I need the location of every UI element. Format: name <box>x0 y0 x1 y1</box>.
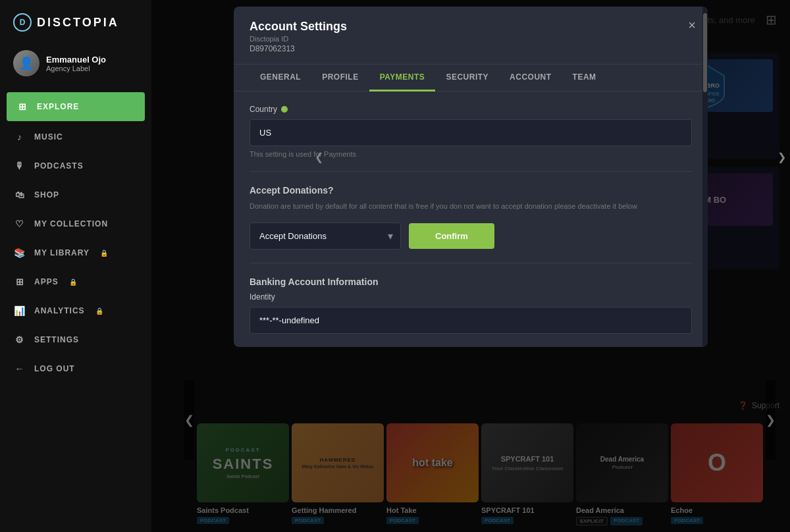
tab-security[interactable]: SECURITY <box>435 65 499 92</box>
sidebar-item-logout[interactable]: ← LOG OUT <box>0 354 151 383</box>
lock-badge-apps: 🔒 <box>69 279 78 286</box>
sidebar-item-label: EXPLORE <box>37 102 79 111</box>
divider <box>250 171 692 172</box>
modal-id: D897062313 <box>250 44 692 53</box>
scroll-left-icon[interactable]: ❮ <box>315 151 323 163</box>
settings-icon: ⚙ <box>13 333 26 346</box>
accept-donations-desc: Donation are turned by default for all c… <box>250 201 692 212</box>
avatar: 👤 <box>13 50 40 76</box>
sidebar-item-apps[interactable]: ⊞ APPS 🔒 <box>0 267 151 296</box>
sidebar-item-my-library[interactable]: 📚 MY LIBRARY 🔒 <box>0 238 151 267</box>
identity-label: Identity <box>250 292 692 302</box>
logo-area: D DISCTOPIA <box>0 0 151 42</box>
tab-account[interactable]: ACCOUNT <box>499 65 562 92</box>
donations-select[interactable]: Accept Donations Decline Donations <box>250 223 401 250</box>
close-button[interactable]: × <box>688 18 696 32</box>
sidebar-item-label: ANALYTICS <box>34 306 85 315</box>
user-section: 👤 Emmanuel Ojo Agency Label <box>0 42 151 84</box>
sidebar-item-explore[interactable]: ⊞ EXPLORE <box>7 92 145 121</box>
sidebar-item-label: MUSIC <box>34 132 63 142</box>
main-nav: ⊞ EXPLORE ♪ MUSIC 🎙 PODCASTS 🛍 SHOP ♡ MY… <box>0 91 151 383</box>
scrollbar-thumb[interactable] <box>703 13 707 92</box>
tab-team[interactable]: TEAM <box>562 65 607 92</box>
modal-tabs: GENERAL PROFILE PAYMENTS SECURITY ACCOUN… <box>234 65 708 92</box>
donations-row: Accept Donations Decline Donations ▾ Con… <box>250 223 692 250</box>
explore-icon: ⊞ <box>16 100 29 113</box>
sidebar-item-music[interactable]: ♪ MUSIC <box>0 122 151 151</box>
user-role: Agency Label <box>46 65 106 72</box>
heart-icon: ♡ <box>13 217 26 230</box>
lock-badge-analytics: 🔒 <box>95 307 104 315</box>
user-name: Emmanuel Ojo <box>46 55 106 65</box>
apps-icon: ⊞ <box>13 275 26 288</box>
accept-donations-title: Accept Donations? <box>250 185 692 196</box>
modal-overlay: Account Settings Disctopia ID D897062313… <box>151 0 790 532</box>
donations-select-wrapper: Accept Donations Decline Donations ▾ <box>250 223 401 250</box>
modal-header: Account Settings Disctopia ID D897062313… <box>234 7 708 65</box>
modal-title: Account Settings <box>250 20 692 34</box>
sidebar-item-label: PODCASTS <box>34 161 84 171</box>
modal-subtitle: Disctopia ID <box>250 35 692 43</box>
account-settings-modal: Account Settings Disctopia ID D897062313… <box>234 7 708 347</box>
country-label: Country <box>250 105 692 114</box>
scroll-right-icon[interactable]: ❯ <box>777 151 786 163</box>
sidebar-item-label: MY LIBRARY <box>34 248 90 257</box>
music-icon: ♪ <box>13 130 26 144</box>
sidebar-item-label: SHOP <box>34 190 59 200</box>
country-input[interactable] <box>250 119 692 146</box>
sidebar-item-label: LOG OUT <box>34 364 75 373</box>
banking-title: Banking Account Information <box>250 277 692 287</box>
podcasts-icon: 🎙 <box>13 159 26 173</box>
sidebar-item-label: APPS <box>34 277 59 286</box>
divider2 <box>250 263 692 263</box>
sidebar: D DISCTOPIA 👤 Emmanuel Ojo Agency Label … <box>0 0 151 532</box>
shop-icon: 🛍 <box>13 188 26 201</box>
logo-text: DISCTOPIA <box>37 16 119 30</box>
tab-payments[interactable]: PAYMENTS <box>369 65 436 92</box>
confirm-button[interactable]: Confirm <box>409 223 494 249</box>
analytics-icon: 📊 <box>13 304 26 317</box>
tab-general[interactable]: GENERAL <box>250 65 311 92</box>
sidebar-item-label: SETTINGS <box>34 335 79 344</box>
sidebar-item-shop[interactable]: 🛍 SHOP <box>0 180 151 209</box>
lock-badge: 🔒 <box>100 250 109 257</box>
library-icon: 📚 <box>13 246 26 259</box>
identity-input[interactable] <box>250 307 692 334</box>
scrollbar[interactable] <box>702 7 708 347</box>
sidebar-item-podcasts[interactable]: 🎙 PODCASTS <box>0 151 151 180</box>
logo-icon: D <box>13 13 32 32</box>
tab-profile[interactable]: PROFILE <box>311 65 369 92</box>
status-dot <box>281 106 288 113</box>
sidebar-item-label: MY COLLECTION <box>34 219 108 228</box>
sidebar-item-settings[interactable]: ⚙ SETTINGS <box>0 325 151 354</box>
logout-icon: ← <box>13 362 26 375</box>
modal-body: Country This setting is used for Payment… <box>234 92 708 347</box>
sidebar-item-my-collection[interactable]: ♡ MY COLLECTION <box>0 209 151 238</box>
main-content: podcasts, and more ⊞ LIL BRO BONAFIDE RA… <box>151 0 790 532</box>
sidebar-item-analytics[interactable]: 📊 ANALYTICS 🔒 <box>0 296 151 325</box>
